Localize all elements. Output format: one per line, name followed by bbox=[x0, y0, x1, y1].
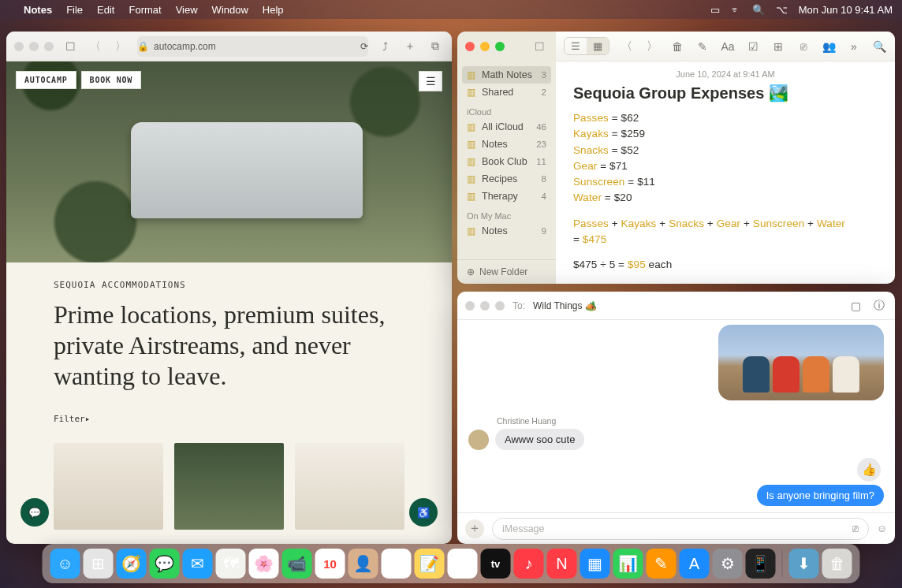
table-icon[interactable]: ⊞ bbox=[770, 40, 786, 53]
spotlight-icon[interactable]: 🔍 bbox=[752, 4, 765, 16]
sidebar-item-notes[interactable]: ▥Notes23 bbox=[457, 136, 556, 153]
back-icon[interactable]: 〈 bbox=[619, 39, 635, 54]
chat-fab-icon[interactable]: 💬 bbox=[20, 498, 49, 527]
menu-format[interactable]: Format bbox=[129, 4, 161, 16]
message-bubble[interactable]: Awww soo cute bbox=[495, 429, 584, 450]
dock-pages-icon[interactable]: ✎ bbox=[647, 549, 676, 579]
control-center-icon[interactable]: ⌥ bbox=[776, 4, 788, 16]
dock-appstore-icon[interactable]: A bbox=[680, 549, 710, 579]
sidebar-item-label: Recipes bbox=[482, 173, 517, 184]
emoji-picker-icon[interactable]: ☺ bbox=[877, 523, 887, 534]
dock-finder-icon[interactable]: ☺ bbox=[50, 549, 80, 579]
dock-downloads-icon[interactable]: ⬇ bbox=[789, 549, 819, 579]
dock-facetime-icon[interactable]: 📹 bbox=[282, 549, 312, 579]
view-toggle[interactable]: ☰ ▦ bbox=[564, 37, 609, 55]
sidebar-item-label: Shared bbox=[482, 87, 513, 98]
format-icon[interactable]: Aa bbox=[720, 40, 736, 53]
forward-button[interactable]: 〉 bbox=[112, 39, 129, 54]
apps-button-icon[interactable]: ＋ bbox=[465, 519, 484, 538]
message-bubble[interactable]: Is anyone bringing film? bbox=[757, 485, 884, 506]
window-controls[interactable] bbox=[465, 301, 505, 311]
list-view-icon[interactable]: ☰ bbox=[565, 38, 587, 54]
dock-launchpad-icon[interactable]: ⊞ bbox=[84, 549, 114, 579]
dock-freeform-icon[interactable]: ✏ bbox=[448, 549, 478, 579]
sidebar-item-recipes[interactable]: ▥Recipes8 bbox=[457, 170, 556, 188]
collaborate-icon[interactable]: 👥 bbox=[821, 40, 837, 53]
trash-icon[interactable]: 🗑 bbox=[669, 40, 685, 53]
sidebar-item-label: Book Club bbox=[482, 156, 527, 167]
address-bar[interactable]: 🔒 autocamp.com ⟳ bbox=[137, 36, 368, 57]
message-input[interactable]: iMessage ⎚ bbox=[492, 518, 869, 540]
sidebar-item-math-notes[interactable]: ▥Math Notes3 bbox=[462, 66, 551, 84]
dock-keynote-icon[interactable]: ▦ bbox=[580, 549, 610, 579]
wifi-icon[interactable]: ᯤ bbox=[731, 4, 741, 16]
book-now-button[interactable]: BOOK NOW bbox=[81, 71, 142, 89]
forward-icon[interactable]: 〉 bbox=[644, 39, 660, 54]
reload-icon[interactable]: ⟳ bbox=[360, 41, 368, 52]
thumb-airstream-forest[interactable] bbox=[174, 443, 284, 530]
grid-view-icon[interactable]: ▦ bbox=[587, 38, 609, 54]
photo-attachment[interactable] bbox=[718, 325, 884, 400]
menu-window[interactable]: Window bbox=[212, 4, 248, 16]
share-icon[interactable]: ⤴ bbox=[376, 40, 393, 53]
to-value: Wild Things 🏕️ bbox=[533, 300, 597, 311]
app-menu[interactable]: Notes bbox=[24, 4, 52, 16]
sidebar-item-therapy[interactable]: ▥Therapy4 bbox=[457, 188, 556, 205]
sidebar-toggle-icon[interactable]: ☐ bbox=[531, 40, 548, 53]
window-controls[interactable] bbox=[14, 42, 54, 51]
new-tab-icon[interactable]: ＋ bbox=[401, 39, 419, 54]
avatar[interactable] bbox=[468, 430, 489, 450]
menu-view[interactable]: View bbox=[176, 4, 198, 16]
sidebar-item-notes[interactable]: ▥Notes9 bbox=[457, 222, 556, 240]
filter-button[interactable]: Filter▸ bbox=[54, 414, 404, 424]
dock-calendar-icon[interactable]: 10 bbox=[315, 549, 345, 579]
accessibility-fab-icon[interactable]: ♿ bbox=[409, 498, 438, 527]
menu-edit[interactable]: Edit bbox=[97, 4, 114, 16]
menu-file[interactable]: File bbox=[66, 4, 83, 16]
new-folder-button[interactable]: ⊕ New Folder bbox=[457, 259, 556, 284]
sidebar-item-book-club[interactable]: ▥Book Club11 bbox=[457, 153, 556, 170]
battery-icon[interactable]: ▭ bbox=[710, 4, 720, 16]
thumb-suite-interior[interactable] bbox=[54, 443, 163, 530]
dock-safari-icon[interactable]: 🧭 bbox=[117, 549, 147, 579]
dock-music-icon[interactable]: ♪ bbox=[514, 549, 544, 579]
hamburger-menu-icon[interactable]: ☰ bbox=[419, 71, 442, 91]
dock-reminders-icon[interactable]: ☰ bbox=[382, 549, 412, 579]
dock-numbers-icon[interactable]: 📊 bbox=[613, 549, 643, 579]
media-icon[interactable]: ⎚ bbox=[796, 40, 811, 53]
thumb-bedroom[interactable] bbox=[295, 443, 404, 530]
dock-news-icon[interactable]: N bbox=[547, 549, 577, 579]
sidebar-icon[interactable]: ☐ bbox=[62, 40, 79, 53]
compose-icon[interactable]: ✎ bbox=[695, 40, 710, 53]
search-icon[interactable]: 🔍 bbox=[871, 40, 887, 53]
more-icon[interactable]: » bbox=[846, 40, 862, 53]
note-body[interactable]: June 10, 2024 at 9:41 AM Sequoia Group E… bbox=[556, 61, 895, 281]
notes-sidebar: ☐ ▥Math Notes3▥Shared2iCloud▥All iCloud4… bbox=[457, 32, 556, 284]
info-icon[interactable]: ⓘ bbox=[871, 299, 887, 313]
sidebar-item-shared[interactable]: ▥Shared2 bbox=[457, 84, 556, 101]
dock-iphone-icon[interactable]: 📱 bbox=[746, 549, 776, 579]
lock-icon: 🔒 bbox=[137, 41, 149, 52]
dock-notes-icon[interactable]: 📝 bbox=[415, 549, 445, 579]
dock-mail-icon[interactable]: ✉ bbox=[183, 549, 213, 579]
window-controls[interactable] bbox=[465, 42, 505, 51]
back-button[interactable]: 〈 bbox=[87, 39, 104, 54]
checklist-icon[interactable]: ☑ bbox=[745, 40, 761, 53]
math-line: Water = $20 bbox=[573, 190, 878, 206]
voice-icon[interactable]: ⎚ bbox=[852, 523, 859, 534]
dock-settings-icon[interactable]: ⚙ bbox=[713, 549, 743, 579]
clock[interactable]: Mon Jun 10 9:41 AM bbox=[799, 4, 893, 16]
dock-maps-icon[interactable]: 🗺 bbox=[216, 549, 246, 579]
sidebar-item-all-icloud[interactable]: ▥All iCloud46 bbox=[457, 118, 556, 136]
dock-photos-icon[interactable]: 🌸 bbox=[249, 549, 279, 579]
dock-tv-icon[interactable]: tv bbox=[481, 549, 511, 579]
tapback-reaction[interactable]: 👍 bbox=[857, 458, 881, 482]
tabs-icon[interactable]: ⧉ bbox=[427, 39, 444, 53]
messages-thread[interactable]: Christine HuangAwww soo cute👍Is anyone b… bbox=[457, 320, 895, 512]
dock-trash-icon[interactable]: 🗑 bbox=[822, 549, 852, 579]
facetime-icon[interactable]: ▢ bbox=[848, 300, 863, 312]
menu-help[interactable]: Help bbox=[263, 4, 284, 16]
dock-contacts-icon[interactable]: 👤 bbox=[348, 549, 378, 579]
brand-badge[interactable]: AUTOCAMP bbox=[16, 71, 76, 89]
dock-messages-icon[interactable]: 💬 bbox=[150, 549, 180, 579]
